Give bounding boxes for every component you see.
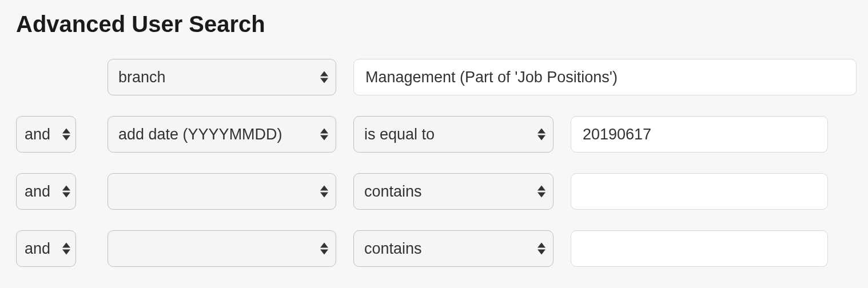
logic-select-2[interactable]: and bbox=[16, 173, 76, 210]
field-select-wrap-1: add date (YYYYMMDD) bbox=[107, 116, 336, 153]
value-input-2[interactable] bbox=[571, 173, 828, 210]
operator-select-2[interactable]: contains bbox=[353, 173, 554, 210]
field-select-1[interactable]: add date (YYYYMMDD) bbox=[107, 116, 336, 153]
logic-select-label-3: and bbox=[25, 240, 50, 258]
value-input-3[interactable] bbox=[571, 230, 828, 267]
operator-select-label-3: contains bbox=[364, 240, 422, 258]
field-select-wrap-3 bbox=[107, 230, 336, 267]
search-row-3: and contains bbox=[16, 230, 852, 267]
operator-select-wrap-3: contains bbox=[353, 230, 554, 267]
field-select-label-0: branch bbox=[118, 69, 166, 86]
operator-select-wrap-2: contains bbox=[353, 173, 554, 210]
operator-select-wrap-1: is equal to bbox=[353, 116, 554, 153]
field-select-3[interactable] bbox=[107, 230, 336, 267]
logic-select-label-2: and bbox=[25, 183, 50, 201]
search-row-2: and contains bbox=[16, 173, 852, 210]
field-select-2[interactable] bbox=[107, 173, 336, 210]
operator-select-3[interactable]: contains bbox=[353, 230, 554, 267]
logic-select-wrap-2: and bbox=[16, 173, 76, 210]
field-select-label-1: add date (YYYYMMDD) bbox=[118, 126, 282, 143]
search-row-0: branch bbox=[16, 59, 852, 95]
logic-select-3[interactable]: and bbox=[16, 230, 76, 267]
field-select-0[interactable]: branch bbox=[107, 59, 336, 95]
field-select-wrap-0: branch bbox=[107, 59, 336, 95]
logic-select-wrap-1: and bbox=[16, 116, 76, 153]
operator-select-label-1: is equal to bbox=[364, 126, 435, 143]
page-title: Advanced User Search bbox=[16, 11, 852, 37]
value-input-0[interactable] bbox=[353, 59, 857, 95]
logic-select-wrap-3: and bbox=[16, 230, 76, 267]
search-criteria-rows: branch and add date (YYYYMMDD) bbox=[16, 59, 852, 267]
field-select-wrap-2 bbox=[107, 173, 336, 210]
operator-select-1[interactable]: is equal to bbox=[353, 116, 554, 153]
value-input-1[interactable] bbox=[571, 116, 828, 153]
search-row-1: and add date (YYYYMMDD) is equal to bbox=[16, 116, 852, 153]
logic-select-label-1: and bbox=[25, 126, 50, 143]
operator-select-label-2: contains bbox=[364, 183, 422, 201]
logic-select-1[interactable]: and bbox=[16, 116, 76, 153]
